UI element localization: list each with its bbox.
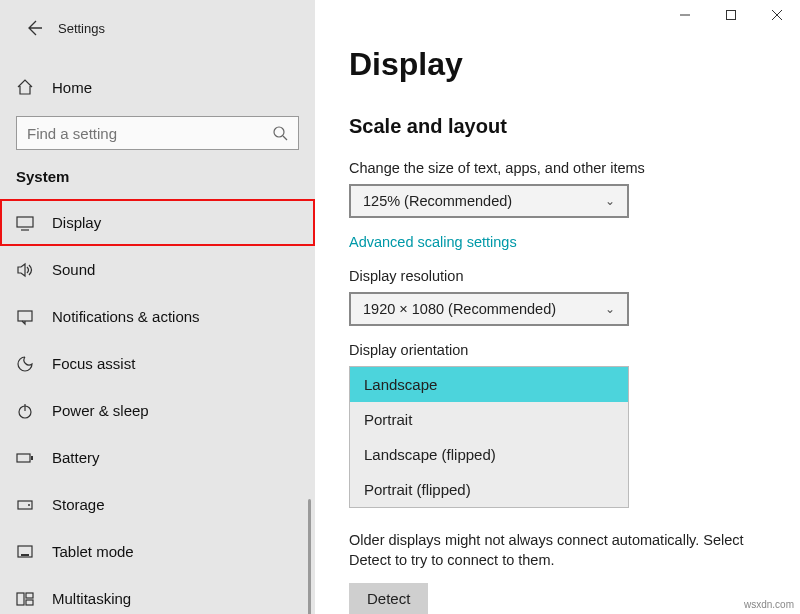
- sidebar-item-tablet[interactable]: Tablet mode: [0, 528, 315, 575]
- resolution-value: 1920 × 1080 (Recommended): [363, 301, 556, 317]
- svg-rect-12: [31, 456, 33, 460]
- detect-hint: Older displays might not always connect …: [349, 530, 759, 571]
- home-nav[interactable]: Home: [0, 68, 315, 106]
- sidebar-item-display[interactable]: Display: [0, 199, 315, 246]
- orientation-label: Display orientation: [349, 342, 772, 358]
- sidebar-nav: Display Sound Notifications & actions Fo…: [0, 199, 315, 614]
- svg-rect-11: [17, 454, 30, 462]
- search-field[interactable]: [27, 125, 257, 142]
- main-content: Display Scale and layout Change the size…: [315, 0, 800, 614]
- sidebar-item-notifications[interactable]: Notifications & actions: [0, 293, 315, 340]
- scale-value: 125% (Recommended): [363, 193, 512, 209]
- orientation-option-portrait-flipped[interactable]: Portrait (flipped): [350, 472, 628, 507]
- sidebar: Settings Home System Display: [0, 0, 315, 614]
- sidebar-item-battery[interactable]: Battery: [0, 434, 315, 481]
- scale-combobox[interactable]: 125% (Recommended) ⌄: [349, 184, 629, 218]
- sidebar-item-power[interactable]: Power & sleep: [0, 387, 315, 434]
- svg-rect-17: [17, 593, 24, 605]
- tablet-icon: [16, 543, 34, 561]
- app-title: Settings: [52, 21, 105, 36]
- advanced-scaling-link[interactable]: Advanced scaling settings: [349, 234, 772, 250]
- svg-point-4: [274, 127, 284, 137]
- scale-label: Change the size of text, apps, and other…: [349, 160, 772, 176]
- sidebar-item-label: Power & sleep: [52, 402, 149, 419]
- battery-icon: [16, 449, 34, 467]
- search-icon: [272, 125, 288, 141]
- sidebar-item-label: Notifications & actions: [52, 308, 200, 325]
- sidebar-item-storage[interactable]: Storage: [0, 481, 315, 528]
- svg-line-5: [283, 136, 287, 140]
- sidebar-item-label: Tablet mode: [52, 543, 134, 560]
- focus-icon: [16, 355, 34, 373]
- orientation-listbox[interactable]: Landscape Portrait Landscape (flipped) P…: [349, 366, 629, 508]
- sidebar-item-label: Battery: [52, 449, 100, 466]
- sidebar-item-sound[interactable]: Sound: [0, 246, 315, 293]
- orientation-option-landscape-flipped[interactable]: Landscape (flipped): [350, 437, 628, 472]
- sidebar-item-multitasking[interactable]: Multitasking: [0, 575, 315, 614]
- orientation-option-portrait[interactable]: Portrait: [350, 402, 628, 437]
- detect-button[interactable]: Detect: [349, 583, 428, 614]
- back-button[interactable]: [16, 10, 52, 46]
- resolution-combobox[interactable]: 1920 × 1080 (Recommended) ⌄: [349, 292, 629, 326]
- section-title: Scale and layout: [349, 115, 772, 138]
- storage-icon: [16, 496, 34, 514]
- sound-icon: [16, 261, 34, 279]
- resolution-label: Display resolution: [349, 268, 772, 284]
- orientation-option-landscape[interactable]: Landscape: [350, 367, 628, 402]
- sidebar-item-label: Storage: [52, 496, 105, 513]
- notifications-icon: [16, 308, 34, 326]
- display-icon: [16, 214, 34, 232]
- watermark: wsxdn.com: [744, 599, 794, 610]
- svg-rect-18: [26, 593, 33, 598]
- svg-rect-16: [21, 554, 29, 556]
- sidebar-scrollbar[interactable]: [308, 499, 311, 614]
- sidebar-item-focus[interactable]: Focus assist: [0, 340, 315, 387]
- page-title: Display: [349, 46, 772, 83]
- search-input[interactable]: [16, 116, 299, 150]
- sidebar-item-label: Focus assist: [52, 355, 135, 372]
- multitasking-icon: [16, 590, 34, 608]
- sidebar-item-label: Sound: [52, 261, 95, 278]
- sidebar-item-label: Display: [52, 214, 101, 231]
- power-icon: [16, 402, 34, 420]
- chevron-down-icon: ⌄: [605, 194, 615, 208]
- svg-rect-8: [18, 311, 32, 321]
- home-icon: [16, 78, 34, 96]
- chevron-down-icon: ⌄: [605, 302, 615, 316]
- home-label: Home: [52, 79, 92, 96]
- svg-rect-19: [26, 600, 33, 605]
- svg-point-14: [28, 504, 30, 506]
- sidebar-item-label: Multitasking: [52, 590, 131, 607]
- svg-rect-6: [17, 217, 33, 227]
- group-header-system: System: [0, 168, 315, 199]
